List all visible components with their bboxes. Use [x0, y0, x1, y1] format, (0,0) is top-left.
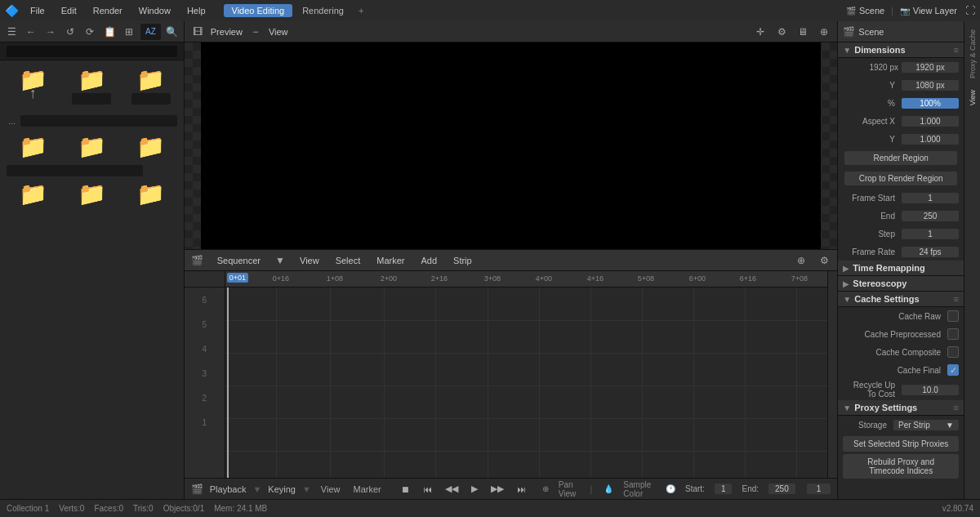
preview-cursor-icon[interactable]: ✛: [752, 24, 768, 40]
pb-prev-btn[interactable]: ⏮: [420, 484, 435, 494]
workspace-rendering[interactable]: Rendering: [294, 4, 352, 17]
seq-menu-add[interactable]: Add: [416, 254, 442, 267]
menu-help[interactable]: Help: [182, 4, 211, 17]
pb-play-btn[interactable]: ▶: [468, 484, 481, 494]
pb-stepback-btn[interactable]: ◀◀: [442, 484, 461, 494]
cache-preprocessed-checkbox[interactable]: [947, 328, 959, 340]
fullscreen-icon[interactable]: ⛶: [965, 5, 975, 16]
pb-editor-icon[interactable]: 🎬: [191, 481, 203, 497]
folder-item-3[interactable]: 📁: [5, 132, 60, 162]
seq-menu-view[interactable]: View: [295, 254, 324, 267]
storage-select[interactable]: Per Strip ▼: [893, 420, 959, 430]
resolution-y-value[interactable]: 1080 px: [902, 80, 959, 91]
folder-item-2[interactable]: 📁: [123, 65, 179, 109]
vtab-view[interactable]: View: [967, 85, 978, 110]
channel-label-spacer: [185, 271, 225, 287]
folder-item-upload[interactable]: 📁 ↑: [5, 65, 60, 109]
preview-overlay-icon[interactable]: ⊕: [816, 24, 832, 40]
cache-composite-label: Cache Composite: [843, 348, 947, 357]
menu-window[interactable]: Window: [134, 4, 176, 17]
pb-marker-btn[interactable]: Marker: [350, 484, 385, 494]
resolution-x-value[interactable]: 1920 px: [902, 62, 959, 73]
folder-item-4[interactable]: 📁: [64, 132, 119, 162]
cache-settings-menu-icon[interactable]: ≡: [954, 294, 959, 304]
seq-type-icon[interactable]: 🎬: [189, 252, 206, 269]
cache-settings-header[interactable]: ▼ Cache Settings ≡: [838, 292, 964, 307]
seq-dropdown-icon[interactable]: ▼: [272, 252, 288, 269]
time-remapping-header[interactable]: ▶ Time Remapping: [838, 261, 964, 276]
dimensions-menu-icon[interactable]: ≡: [954, 45, 959, 55]
fb-clipboard-button[interactable]: 📋: [101, 24, 118, 40]
folder-item-5[interactable]: 📁: [123, 132, 179, 162]
menu-edit[interactable]: Edit: [56, 4, 82, 17]
seq-content[interactable]: 0+01 0+16 1+08 2+00 2+16 3+08 4+00 4+16 …: [225, 271, 828, 478]
workspace-video-editing[interactable]: Video Editing: [224, 4, 293, 17]
scene-name[interactable]: Scene: [859, 6, 884, 16]
folder-item-6[interactable]: 📁: [5, 180, 60, 209]
fb-back-button[interactable]: ←: [23, 24, 39, 40]
seq-label[interactable]: Sequencer: [212, 254, 265, 267]
pb-next-btn[interactable]: ⏭: [514, 484, 529, 494]
fb-path-input[interactable]: AZ: [140, 24, 161, 40]
crop-region-btn[interactable]: Crop to Render Region: [844, 172, 957, 185]
seq-menu-strip[interactable]: Strip: [448, 254, 477, 267]
rebuild-proxy-btn[interactable]: Rebuild Proxy and Timecode Indices: [843, 454, 959, 479]
preview-zoom-out-icon[interactable]: −: [247, 24, 264, 40]
pb-stepfwd-btn[interactable]: ▶▶: [488, 484, 507, 494]
dimensions-section-header[interactable]: ▼ Dimensions ≡: [838, 42, 964, 58]
fb-grid-button[interactable]: ⊞: [121, 24, 137, 40]
preview-area: [185, 42, 838, 249]
resolution-pct-value[interactable]: 100%: [902, 98, 959, 109]
keying-label[interactable]: Keying: [268, 484, 296, 494]
vtab-proxy-cache[interactable]: Proxy & Cache: [967, 25, 978, 83]
sample-color-icon: 💧: [604, 484, 613, 493]
frame-rate-value[interactable]: 24 fps: [902, 247, 959, 257]
stereoscopy-header[interactable]: ▶ Stereoscopy: [838, 276, 964, 292]
end-frame-input[interactable]: 250: [768, 484, 795, 494]
aspect-y-value[interactable]: 1.000: [902, 134, 959, 145]
cache-composite-checkbox[interactable]: [947, 346, 959, 358]
fb-location-bar[interactable]: [7, 46, 177, 57]
preview-settings-icon[interactable]: ⚙: [773, 24, 790, 40]
resolution-y-label: Y: [843, 81, 902, 90]
proxy-settings-header[interactable]: ▼ Proxy Settings ≡: [838, 400, 964, 416]
pb-stop-btn[interactable]: ⏹: [398, 484, 413, 494]
folder-item-7[interactable]: 📁: [64, 180, 119, 209]
current-frame-input[interactable]: 1: [807, 484, 831, 494]
add-workspace-button[interactable]: +: [354, 4, 368, 17]
dotdot-label[interactable]: ...: [7, 113, 17, 129]
menu-file[interactable]: File: [25, 4, 50, 17]
render-region-btn[interactable]: Render Region: [844, 151, 957, 165]
folder-item-1[interactable]: 📁: [64, 65, 119, 109]
preview-view-dropdown[interactable]: View: [269, 27, 288, 37]
cache-final-checkbox[interactable]: ✓: [947, 364, 959, 376]
seq-menu-select[interactable]: Select: [331, 254, 366, 267]
pb-view-btn[interactable]: View: [318, 484, 344, 494]
frame-step-value[interactable]: 1: [902, 229, 959, 239]
timeline-grid[interactable]: [225, 287, 828, 478]
frame-start-value[interactable]: 1: [902, 193, 959, 203]
fb-forward-button[interactable]: →: [42, 24, 59, 40]
proxy-settings-menu-icon[interactable]: ≡: [954, 403, 959, 412]
blender-logo[interactable]: 🔷: [5, 4, 19, 17]
menu-render[interactable]: Render: [88, 4, 127, 17]
fb-refresh-button[interactable]: ↺: [62, 24, 78, 40]
playback-label[interactable]: Playback: [210, 484, 247, 494]
recycle-cost-value[interactable]: 10.0: [902, 385, 959, 395]
fb-search-button[interactable]: 🔍: [164, 24, 180, 40]
view-layer-name[interactable]: View Layer: [913, 6, 957, 16]
cache-raw-checkbox[interactable]: [947, 310, 959, 322]
seq-settings-icon[interactable]: ⚙: [816, 252, 832, 269]
fb-reload-button[interactable]: ⟳: [82, 24, 98, 40]
seq-overlay-icon[interactable]: ⊕: [793, 252, 809, 269]
timeline-scrollbar[interactable]: [827, 271, 837, 478]
fb-view-button[interactable]: ☰: [3, 24, 20, 40]
frame-end-value[interactable]: 250: [902, 211, 959, 221]
set-selected-proxies-btn[interactable]: Set Selected Strip Proxies: [843, 436, 959, 452]
preview-display-icon[interactable]: 🖥: [795, 24, 811, 40]
seq-menu-marker[interactable]: Marker: [372, 254, 409, 267]
folder-item-8[interactable]: 📁: [123, 180, 179, 209]
start-frame-input[interactable]: 1: [715, 484, 733, 494]
preview-view-type-icon[interactable]: 🎞: [189, 24, 206, 40]
aspect-x-value[interactable]: 1.000: [902, 116, 959, 127]
